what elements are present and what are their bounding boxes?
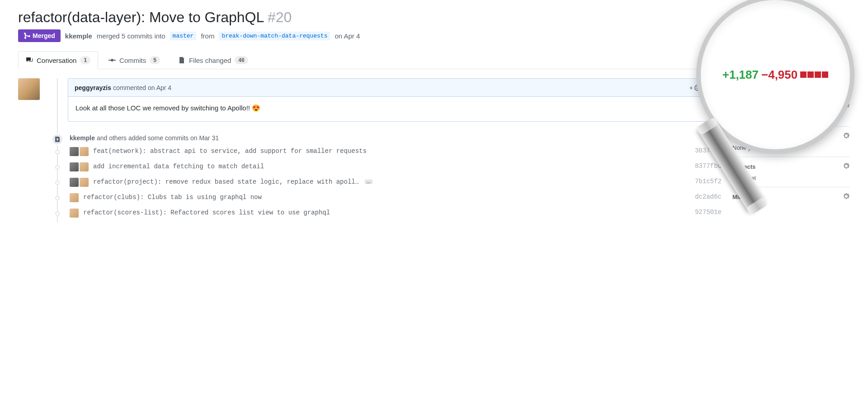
commit-sha[interactable]: 7b1c5f2 [695, 178, 722, 185]
pencil-icon [708, 83, 715, 90]
state-merged-badge: Merged [18, 29, 61, 42]
commit-message[interactable]: refactor(clubs): Clubs tab is using grap… [83, 193, 690, 202]
pr-tabnav: Conversation 1 Commits 5 Files changed 4… [18, 51, 722, 69]
edit-comment-button[interactable] [708, 83, 715, 92]
labels-title: Labels [732, 133, 751, 140]
git-commit-icon [108, 57, 116, 64]
sidebar-assignees: Assignees No one—assign yourself [732, 96, 850, 127]
comment-timestamp: commented on Apr 4 [113, 84, 171, 91]
base-branch[interactable]: master [170, 32, 197, 40]
commit-message[interactable]: add incremental data fetching to match d… [93, 162, 690, 171]
comment-author-avatar[interactable] [18, 78, 40, 100]
milestone-gear-icon[interactable] [843, 193, 850, 201]
comment-header: peggyrayzis commented on Apr 4 + [68, 79, 721, 97]
repo-push-icon [52, 133, 63, 145]
gear-icon [843, 132, 850, 139]
gear-icon [843, 193, 850, 200]
comment-discussion-icon [26, 57, 33, 64]
commit-message[interactable]: refactor(project): remove redux based st… [93, 178, 690, 187]
pr-title-text: refactor(data-layer): Move to GraphQL [18, 9, 264, 25]
commit-row: refactor(clubs): Clubs tab is using grap… [50, 191, 722, 207]
tab-commits[interactable]: Commits 5 [101, 51, 168, 69]
gear-icon [843, 102, 850, 109]
merged-by-user[interactable]: kkemple [65, 32, 92, 40]
assignees-gear-icon[interactable] [843, 102, 850, 110]
commit-author-avatar[interactable] [80, 147, 89, 156]
commit-sha[interactable]: 8377fbd [695, 162, 722, 170]
labels-gear-icon[interactable] [843, 132, 850, 141]
git-merge-icon [24, 32, 31, 39]
commits-count: 5 [150, 56, 160, 64]
projects-gear-icon[interactable] [843, 162, 850, 171]
files-changed-count: 46 [235, 56, 248, 64]
commit-author-avatar[interactable] [70, 209, 79, 218]
assignees-title: Assignees [732, 103, 762, 109]
commit-message[interactable]: feat(network): abstract api to service, … [93, 147, 690, 156]
commit-row: refactor(project): remove redux based st… [50, 176, 722, 191]
commit-author-avatar[interactable] [70, 178, 79, 187]
commit-group-author[interactable]: kkemple [70, 134, 95, 142]
commit-author-avatar[interactable] [80, 162, 89, 171]
conversation-count: 1 [80, 56, 90, 64]
pr-number: #20 [268, 9, 292, 25]
add-reaction-button[interactable]: + [689, 83, 701, 92]
sidebar-labels: Labels None yet [732, 127, 850, 157]
comment-author[interactable]: peggyrayzis [75, 84, 111, 91]
comment-body: Look at all those LOC we removed by swit… [68, 97, 721, 121]
commit-author-avatar[interactable] [70, 162, 79, 171]
pr-meta-row: Merged kkemple merged 5 commits into mas… [18, 29, 850, 42]
commit-group-header: kkemple and others added some commits on… [50, 131, 722, 145]
head-branch[interactable]: break-down-match-data-requests [219, 32, 330, 40]
commit-author-avatar[interactable] [70, 147, 79, 156]
commit-row: feat(network): abstract api to service, … [50, 145, 722, 161]
commit-sha[interactable]: dc2ad6c [695, 193, 722, 200]
expand-commit-message-button[interactable]: … [365, 180, 373, 184]
commit-sha[interactable]: 927501e [695, 209, 722, 216]
sidebar-milestone: Milestone [732, 187, 850, 210]
file-diff-icon [178, 57, 185, 64]
milestone-title: Milestone [732, 194, 760, 200]
timeline: peggyrayzis commented on Apr 4 + Look at… [50, 78, 722, 222]
commit-sha[interactable]: 303741e [695, 147, 722, 154]
smiley-icon [694, 84, 701, 91]
gear-icon [843, 162, 850, 170]
svg-point-1 [696, 86, 697, 87]
pr-title: refactor(data-layer): Move to GraphQL #2… [18, 9, 850, 26]
comment-box: peggyrayzis commented on Apr 4 + Look at… [68, 78, 722, 122]
tab-conversation[interactable]: Conversation 1 [18, 51, 98, 69]
commit-author-avatar[interactable] [70, 193, 79, 202]
commit-message[interactable]: refactor(scores-list): Refactored scores… [83, 209, 690, 218]
sidebar-reviewers: views—request one [732, 78, 850, 96]
assign-yourself-link[interactable]: assign yourself [757, 114, 797, 121]
sidebar: views—request one Assignees No one—assig… [732, 51, 850, 222]
commit-row: refactor(scores-list): Refactored scores… [50, 207, 722, 222]
tab-files-changed[interactable]: Files changed 46 [170, 51, 256, 69]
sidebar-projects: Projects None yet [732, 157, 850, 187]
commit-author-avatar[interactable] [80, 178, 89, 187]
svg-point-2 [698, 86, 699, 87]
commit-row: add incremental data fetching to match d… [50, 161, 722, 176]
svg-point-0 [695, 85, 700, 90]
projects-title: Projects [732, 163, 755, 170]
